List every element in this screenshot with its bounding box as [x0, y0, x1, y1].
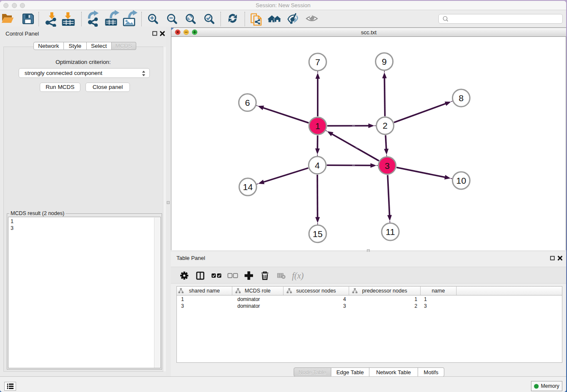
svg-text:9: 9 — [382, 57, 387, 66]
svg-text:11: 11 — [386, 227, 395, 237]
svg-text:8: 8 — [459, 93, 464, 103]
svg-text:f(x): f(x) — [292, 271, 304, 281]
svg-text:7: 7 — [315, 57, 320, 67]
svg-text:1: 1 — [315, 121, 320, 131]
svg-text:3: 3 — [385, 161, 390, 171]
svg-text:6: 6 — [245, 98, 250, 108]
svg-text:2: 2 — [383, 121, 388, 130]
svg-text:4: 4 — [315, 160, 320, 170]
svg-text:14: 14 — [243, 182, 253, 192]
svg-text:10: 10 — [456, 176, 466, 185]
svg-text:15: 15 — [313, 229, 322, 239]
